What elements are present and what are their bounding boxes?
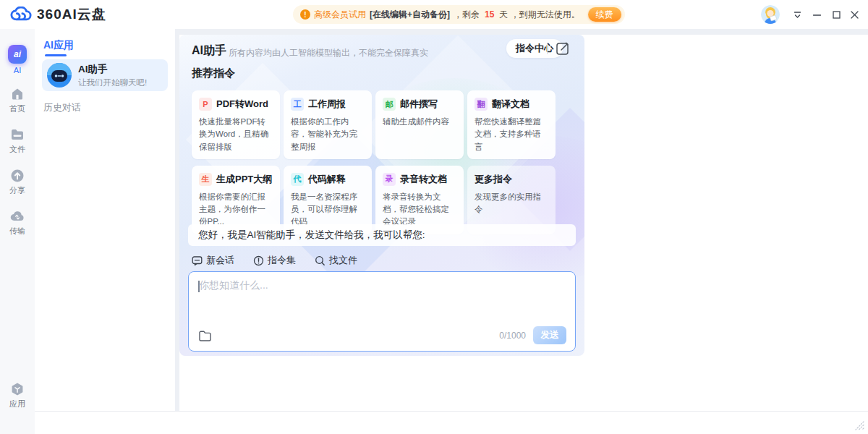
card-description: 将录音转换为文档，帮您轻松搞定会议记录 (383, 191, 456, 229)
new-session-button[interactable]: 新会话 (192, 254, 234, 267)
command-card-translate-document[interactable]: 翻翻译文档 帮您快速翻译整篇文档，支持多种语言 (467, 90, 556, 159)
renew-button[interactable]: 续费 (588, 7, 621, 22)
collapse-icon[interactable] (791, 8, 804, 21)
notice-tail-text: 天 ，到期无法使用。 (499, 9, 579, 21)
maximize-icon[interactable] (830, 8, 843, 21)
conversation-item-ai-assistant[interactable]: AI助手 让我们开始聊天吧! (42, 59, 168, 91)
card-title: 翻译文档 (492, 98, 529, 111)
share-icon (10, 169, 25, 183)
card-badge-icon: P (199, 98, 212, 111)
send-button[interactable]: 发送 (533, 326, 566, 344)
apps-icon (10, 382, 25, 396)
card-badge-icon: 邮 (383, 98, 396, 111)
search-icon (315, 255, 326, 266)
command-set-button[interactable]: 指令集 (253, 254, 296, 267)
new-chat-edit-icon[interactable] (555, 41, 571, 56)
status-footer (35, 411, 868, 434)
transfer-icon (10, 209, 25, 224)
tab-ai-apps[interactable]: AI应用 (43, 39, 74, 52)
minimize-icon[interactable] (810, 8, 823, 21)
app-logo: 360AI云盘 (10, 5, 106, 24)
sidebar-item-label: 传输 (9, 226, 25, 237)
card-badge-icon: 录 (383, 173, 396, 186)
days-remaining: 15 (483, 9, 495, 20)
tab-active-underline (45, 54, 67, 56)
ai-apps-panel: AI应用 AI助手 让我们开始聊天吧! 历史对话 (35, 29, 175, 411)
user-avatar[interactable] (761, 5, 780, 24)
conversation-title: AI助手 (78, 63, 147, 76)
recommend-commands-title: 推荐指令 (192, 67, 235, 80)
command-card-email-writing[interactable]: 邮邮件撰写 辅助生成邮件内容 (375, 90, 464, 159)
sidebar-item-home[interactable]: 首页 (0, 87, 35, 114)
ai-assistant-panel: AI助手 所有内容均由人工智能模型输出，不能完全保障真实 指令中心 推荐指令 P… (179, 35, 584, 356)
header-divider (547, 43, 548, 54)
app-title: 360AI云盘 (37, 5, 106, 24)
card-title: 更多指令 (475, 173, 512, 186)
attach-file-icon[interactable] (198, 329, 213, 344)
assistant-greeting: 您好，我是AI智能助手，发送文件给我，我可以帮您: (188, 224, 576, 246)
find-file-button[interactable]: 找文件 (315, 254, 357, 267)
tool-label: 找文件 (329, 254, 357, 267)
home-icon (10, 87, 25, 101)
trial-label: 高级会员试用 (314, 9, 366, 21)
robot-avatar (47, 63, 72, 88)
resize-grip[interactable] (854, 420, 865, 431)
card-badge-icon: 生 (199, 173, 212, 186)
card-description: 辅助生成邮件内容 (383, 116, 456, 128)
sidebar-item-apps[interactable]: 应用 (0, 382, 35, 409)
card-description: 我是一名资深程序员，可以帮你理解代码 (291, 191, 365, 229)
chat-bubble-icon (192, 255, 203, 266)
char-counter: 0/1000 (499, 331, 526, 341)
sidebar-item-label: 文件 (9, 144, 25, 155)
sidebar-item-label: 首页 (9, 103, 25, 114)
command-set-icon (253, 255, 264, 266)
card-title: 生成PPT大纲 (216, 173, 272, 186)
card-title: 代码解释 (308, 173, 346, 186)
cloud-logo-icon (10, 7, 32, 22)
sidebar-item-share[interactable]: 分享 (0, 169, 35, 196)
command-card-pdf-to-word[interactable]: PPDF转Word 快速批量将PDF转换为Word，且精确保留排版 (192, 90, 280, 159)
ai-disclaimer: 所有内容均由人工智能模型输出，不能完全保障真实 (229, 47, 428, 59)
sidebar-item-label: 应用 (9, 399, 25, 409)
tool-label: 新会话 (206, 254, 234, 267)
card-title: 录音转文档 (400, 173, 447, 186)
conversation-subtitle: 让我们开始聊天吧! (78, 77, 147, 88)
trial-features: [在线编辑+自动备份] (370, 9, 450, 21)
topbar: 360AI云盘 ! 高级会员试用 [在线编辑+自动备份] ，剩余 15 天 ，到… (0, 0, 868, 29)
card-description: 根据你的工作内容，智能补充为完整周报 (291, 116, 365, 153)
card-title: PDF转Word (216, 98, 268, 111)
tool-label: 指令集 (268, 254, 296, 267)
folder-icon (10, 127, 25, 142)
card-title: 工作周报 (308, 98, 346, 111)
card-badge-icon: 翻 (475, 98, 488, 111)
command-card-weekly-report[interactable]: 工工作周报 根据你的工作内容，智能补充为完整周报 (284, 90, 372, 159)
card-description: 帮您快速翻译整篇文档，支持多种语言 (475, 116, 548, 153)
card-badge-icon: 代 (291, 173, 304, 186)
close-icon[interactable] (848, 8, 861, 21)
command-card-grid: PPDF转Word 快速批量将PDF转换为Word，且精确保留排版 工工作周报 … (192, 90, 562, 234)
card-badge-icon: 工 (291, 98, 304, 111)
main-sidebar: ai AI 首页 文件 分享 传输 应用 (0, 29, 35, 434)
card-description: 发现更多的实用指令 (475, 191, 548, 216)
card-description: 快速批量将PDF转换为Word，且精确保留排版 (199, 116, 273, 153)
history-label: 历史对话 (43, 101, 81, 114)
notice-mid-text: ，剩余 (454, 9, 480, 21)
card-title: 邮件撰写 (400, 98, 438, 111)
page-title: AI助手 (192, 43, 226, 59)
sidebar-item-transfer[interactable]: 传输 (0, 209, 35, 237)
sidebar-item-ai[interactable]: ai AI (0, 45, 35, 75)
message-composer: 0/1000 发送 (188, 271, 576, 352)
ai-icon: ai (8, 45, 27, 64)
message-input[interactable] (199, 279, 561, 323)
sidebar-item-files[interactable]: 文件 (0, 127, 35, 155)
card-description: 根据你需要的汇报主题，为你创作一份PP... (199, 191, 273, 229)
sidebar-item-label: 分享 (9, 185, 25, 196)
sidebar-item-label: AI (14, 66, 21, 75)
membership-notice: ! 高级会员试用 [在线编辑+自动备份] ，剩余 15 天 ，到期无法使用。 续… (293, 5, 625, 24)
warning-icon: ! (300, 9, 310, 20)
chat-toolbar: 新会话 指令集 找文件 (192, 254, 357, 267)
